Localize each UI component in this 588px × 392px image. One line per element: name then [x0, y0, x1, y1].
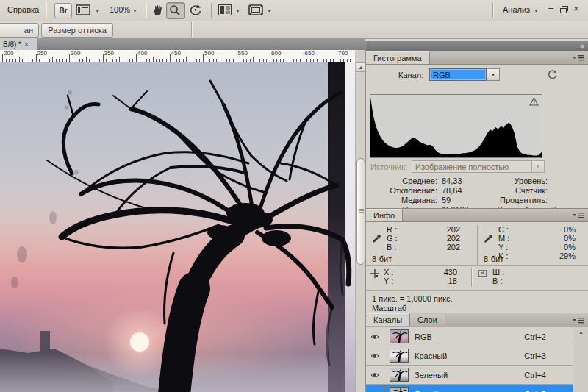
document-tab[interactable]: B/8) * × — [0, 38, 37, 50]
ruler-tick — [153, 57, 154, 62]
stat-value — [548, 196, 552, 205]
scale-label: Масштаб — [372, 304, 406, 313]
ruler-label: 500 — [204, 50, 214, 57]
fit-screen-button[interactable]: ан — [0, 23, 39, 38]
chevron-down-icon[interactable]: ▼ — [132, 8, 137, 13]
scroll-up-arrow[interactable]: ▲ — [356, 62, 366, 72]
zoom-tool-button[interactable] — [166, 2, 185, 19]
visibility-eye-icon[interactable] — [366, 385, 384, 392]
collapse-to-icons-icon[interactable]: » — [580, 41, 584, 50]
print-size-button[interactable]: Размер оттиска — [41, 23, 113, 38]
photo-sunset-tree — [0, 62, 355, 392]
channel-select[interactable]: RGB — [429, 68, 487, 81]
layout-arrange-icon[interactable] — [218, 4, 232, 15]
tab-histogram[interactable]: Гистограмма — [366, 51, 430, 64]
chevron-down-icon[interactable]: ▼ — [267, 8, 272, 13]
zoom-level[interactable]: 100% — [110, 5, 130, 14]
channel-row[interactable]: RGB Ctrl+2 — [366, 327, 573, 346]
stat-value: 84,33 — [437, 177, 462, 186]
channel-row[interactable]: Синий Ctrl+5 — [366, 385, 573, 392]
cursor-position-icon — [370, 269, 379, 279]
channel-thumbnail — [390, 349, 409, 363]
scrollbar-thumb[interactable] — [356, 158, 365, 265]
ruler-tick — [36, 54, 37, 62]
ruler-tick — [186, 57, 187, 62]
channel-select-arrow[interactable]: ▼ — [487, 68, 500, 81]
visibility-eye-icon[interactable] — [366, 366, 384, 384]
restore-button[interactable] — [560, 6, 568, 15]
help-menu[interactable]: Справка — [7, 5, 39, 14]
channel-label: Канал: — [398, 71, 423, 79]
wh-readout: Ш : В : — [492, 268, 537, 285]
ruler-label: 350 — [104, 50, 114, 57]
hand-tool-icon[interactable] — [151, 4, 165, 17]
minimize-button[interactable]: – — [548, 4, 553, 13]
stat-row: Медиана: 59 — [366, 196, 476, 205]
stat-value: 78,64 — [437, 186, 462, 196]
channel-row[interactable]: Зеленый Ctrl+4 — [366, 366, 573, 385]
stat-row: Уровень: — [476, 177, 587, 186]
info-label: B : — [387, 243, 406, 252]
ruler-tick — [19, 57, 20, 62]
source-label: Источник: — [370, 163, 407, 171]
info-panel: Инфо R : 202 G : 202 B : 202 8-бит C : 0… — [366, 208, 588, 313]
info-row: C : 0% — [498, 225, 576, 234]
panel-menu-icon[interactable] — [572, 317, 584, 326]
ruler-tick — [354, 57, 354, 62]
tab-channels[interactable]: Каналы — [366, 313, 410, 326]
visibility-eye-icon[interactable] — [366, 346, 384, 365]
chevron-down-icon[interactable]: ▼ — [534, 8, 539, 13]
info-value: 0% — [564, 234, 576, 243]
ruler-tick — [287, 57, 287, 62]
canvas-vertical-scrollbar[interactable]: ▲ — [355, 62, 366, 392]
visibility-eye-icon[interactable] — [366, 327, 384, 346]
stat-label: Процентиль: — [476, 196, 548, 205]
rotate-view-icon[interactable] — [189, 4, 202, 16]
height-label: В : — [492, 277, 512, 285]
document-tab-title: B/8) * — [3, 40, 21, 49]
channel-name: Зеленый — [415, 371, 448, 379]
warning-icon[interactable] — [529, 97, 539, 107]
channel-row[interactable]: Красный Ctrl+3 — [366, 346, 573, 366]
channel-thumbnail — [390, 368, 409, 382]
panel-menu-icon[interactable] — [572, 212, 584, 221]
stat-value — [548, 186, 552, 196]
stat-value: 59 — [437, 196, 451, 205]
info-divider — [366, 265, 588, 266]
stat-row: Отклонение: 78,64 — [366, 186, 476, 196]
stat-row: Счетчик: — [476, 186, 587, 196]
x-label: X : — [384, 268, 403, 277]
workspace-switcher[interactable]: Анализ — [503, 5, 530, 14]
info-divider — [471, 268, 472, 287]
tab-close-icon[interactable]: × — [24, 40, 29, 49]
eyedropper-icon — [372, 234, 381, 245]
info-value: 202 — [447, 234, 460, 243]
bridge-button[interactable]: Br — [54, 3, 72, 18]
channel-shortcut: Ctrl+5 — [524, 390, 546, 392]
fit-screen-label: ан — [24, 26, 33, 35]
print-size-label: Размер оттиска — [48, 26, 107, 35]
chevron-down-icon[interactable]: ▼ — [95, 8, 100, 13]
refresh-histogram-icon[interactable] — [547, 69, 558, 82]
tab-info[interactable]: Инфо — [366, 209, 403, 221]
ruler-tick — [337, 54, 337, 62]
width-label: Ш : — [492, 268, 512, 277]
toolbar-separator — [46, 3, 46, 18]
document-canvas[interactable] — [0, 62, 355, 392]
source-select: Изображение полностью — [412, 160, 531, 173]
tab-layers[interactable]: Слои — [410, 314, 445, 326]
panel-menu-icon[interactable] — [572, 54, 584, 63]
eyedropper-icon — [484, 234, 493, 245]
ruler-tick — [304, 54, 304, 62]
horizontal-ruler: 200250300350400450500550600650700 — [0, 50, 355, 63]
info-divider — [477, 225, 478, 265]
dock-collapse-bar[interactable]: » — [366, 41, 588, 51]
channels-scrollbar[interactable]: ▲ — [573, 327, 588, 392]
screen-mode-icon[interactable] — [248, 4, 263, 15]
stat-row: Среднее: 84,33 — [366, 177, 476, 186]
cmyk-readout: C : 0% M : 0% Y : 0% K : 29% — [498, 225, 576, 260]
arrange-documents-icon[interactable] — [76, 4, 90, 15]
chevron-down-icon[interactable]: ▼ — [235, 8, 240, 13]
close-button[interactable]: × — [573, 4, 579, 13]
magnifier-icon — [169, 4, 181, 16]
